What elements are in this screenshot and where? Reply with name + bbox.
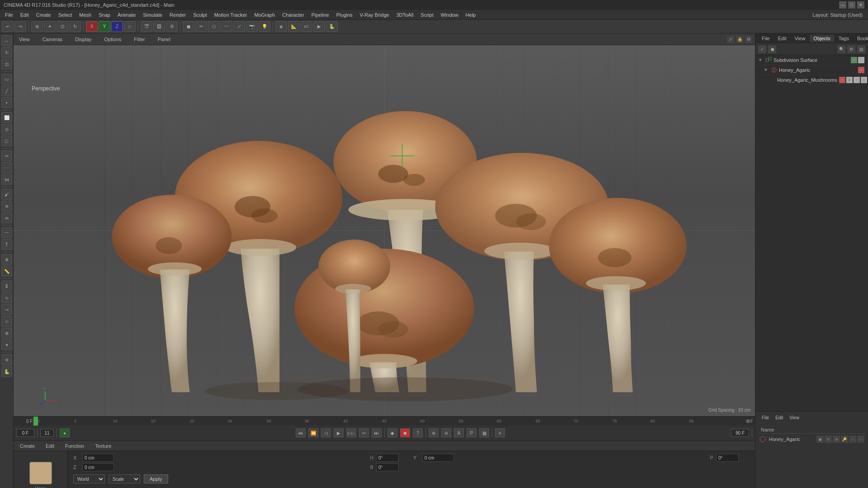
rotate-button[interactable]: ↻: [69, 21, 81, 32]
tree-expand-honey[interactable]: ▾: [764, 67, 769, 73]
material-thumbnail[interactable]: [29, 462, 52, 484]
menu-select[interactable]: Select: [55, 11, 75, 19]
selection-tool-button[interactable]: ⬜: [1, 112, 12, 123]
bp-create-button[interactable]: Create: [16, 442, 38, 450]
rb-tab-file[interactable]: File: [759, 414, 772, 423]
menu-window[interactable]: Window: [438, 11, 462, 19]
vp-tab-panel[interactable]: Panel: [155, 36, 173, 43]
rotate-tool-button[interactable]: ↻: [1, 47, 12, 58]
light-button[interactable]: 💡: [259, 21, 270, 32]
play-fast-button[interactable]: ▷▷: [346, 428, 356, 437]
mirror-button[interactable]: ⇔: [1, 212, 12, 223]
b-rotation-input[interactable]: [376, 463, 399, 471]
coord-button[interactable]: 📐: [288, 21, 300, 32]
rt-tab-edit[interactable]: Edit: [774, 35, 790, 42]
point-mode-button[interactable]: •: [1, 97, 12, 108]
object-mode-button[interactable]: □: [124, 21, 136, 32]
mushrooms-icon-2[interactable]: ✕: [854, 77, 860, 83]
text-tool-button[interactable]: T: [1, 239, 12, 250]
menu-mograph[interactable]: MoGraph: [251, 11, 278, 19]
prev-frame-button[interactable]: ⏪: [308, 428, 318, 437]
menu-script[interactable]: Script: [418, 11, 437, 19]
vp-tab-options[interactable]: Options: [101, 36, 124, 43]
rb-action-6[interactable]: →: [857, 436, 864, 443]
loop-sel-button[interactable]: ⊙: [1, 124, 12, 135]
menu-create[interactable]: Create: [33, 11, 54, 19]
vp-tab-view[interactable]: View: [16, 36, 33, 43]
python-button[interactable]: 🐍: [326, 21, 338, 32]
move-button[interactable]: ✦: [44, 21, 56, 32]
rt-layout-icon[interactable]: ▤: [857, 45, 865, 53]
maximize-button[interactable]: □: [848, 1, 855, 9]
material-button[interactable]: ◈: [275, 21, 287, 32]
pen-button[interactable]: ✏: [195, 21, 207, 32]
lasso-button[interactable]: ⬡: [1, 136, 12, 146]
live-select-button[interactable]: ⊕: [31, 21, 43, 32]
extra-tool-2[interactable]: ∿: [1, 292, 12, 303]
menu-motion-tracker[interactable]: Motion Tracker: [211, 11, 250, 19]
cube-button[interactable]: ◼: [183, 21, 194, 32]
undo-button[interactable]: ↩: [2, 21, 14, 32]
subdivision-check-icon[interactable]: ✓: [858, 57, 864, 63]
menu-edit[interactable]: Edit: [17, 11, 32, 19]
paint-tool-button[interactable]: 🖌: [1, 189, 12, 200]
redo-button[interactable]: ↪: [14, 21, 26, 32]
rb-action-5[interactable]: ←: [849, 436, 856, 443]
timeline-frame-input-right[interactable]: [40, 429, 54, 437]
bp-edit-button[interactable]: Edit: [42, 442, 58, 450]
rt-search-icon[interactable]: 🔍: [837, 45, 845, 53]
timeline-end-frame-input[interactable]: [731, 429, 749, 437]
menu-help[interactable]: Help: [462, 11, 479, 19]
rb-action-1[interactable]: ◼: [816, 436, 824, 443]
rt-config-icon[interactable]: ⚙: [847, 45, 855, 53]
scale-tool-button[interactable]: ⊡: [1, 59, 12, 70]
mushrooms-icon-1[interactable]: ◼: [846, 77, 853, 83]
z-position-input[interactable]: [82, 463, 114, 471]
extra-tool-1[interactable]: $: [1, 281, 12, 291]
timeline-frame-input-left[interactable]: [16, 429, 34, 437]
viewport[interactable]: Perspective Grid Spacing : 10 cm X Y Z: [14, 45, 755, 416]
measure-tool-button[interactable]: 📏: [1, 266, 12, 277]
rt-tab-tags[interactable]: Tags: [835, 35, 853, 42]
honey-vis-icon[interactable]: ●: [858, 67, 864, 73]
tree-expand-subdivision[interactable]: ▾: [759, 57, 764, 63]
render-settings-button[interactable]: ⚙: [166, 21, 178, 32]
menu-sculpt[interactable]: Sculpt: [190, 11, 210, 19]
menu-file[interactable]: File: [2, 11, 16, 19]
weld-tool-button[interactable]: ⋈: [1, 174, 12, 185]
vp-tab-filter[interactable]: Filter: [131, 36, 147, 43]
vp-lock-icon[interactable]: 🔒: [736, 36, 743, 43]
grid-keyframe-button[interactable]: ▦: [479, 428, 489, 437]
apply-button[interactable]: Apply: [144, 474, 168, 483]
world-dropdown[interactable]: World Object: [73, 474, 105, 483]
knife-tool-button[interactable]: ✂: [1, 150, 12, 161]
tree-item-mushrooms[interactable]: ▸ Honey_Agaric_Mushrooms ● ◼ ✕ ⊕: [755, 75, 868, 85]
go-to-end-button[interactable]: ⏭: [372, 428, 382, 437]
y-axis-button[interactable]: Y: [99, 21, 110, 32]
menu-animate[interactable]: Animate: [114, 11, 139, 19]
console-button[interactable]: ▶: [313, 21, 325, 32]
menu-pipeline[interactable]: Pipeline: [308, 11, 332, 19]
extra-tool-8[interactable]: 🐍: [1, 366, 12, 377]
minimize-button[interactable]: —: [839, 1, 846, 9]
rb-action-4[interactable]: 🔑: [841, 436, 848, 443]
mushrooms-vis-icon[interactable]: ●: [839, 77, 845, 83]
deformer-button[interactable]: ⤢: [233, 21, 245, 32]
subdivision-vis-icon[interactable]: ●: [851, 57, 857, 63]
play-forward-button[interactable]: ▶: [334, 428, 344, 437]
x-position-input[interactable]: [82, 454, 114, 462]
rt-tab-view[interactable]: View: [791, 35, 809, 42]
polygon-mode-button[interactable]: ▭: [1, 74, 12, 84]
poly-button[interactable]: ⬡: [208, 21, 220, 32]
rt-tab-objects[interactable]: Objects: [810, 35, 834, 42]
edge-mode-button[interactable]: ╱: [1, 85, 12, 96]
snap-tool-button[interactable]: ⊕: [1, 254, 12, 265]
menu-simulate[interactable]: Simulate: [140, 11, 165, 19]
y-position-input[interactable]: [422, 454, 454, 462]
menu-vray[interactable]: V-Ray Bridge: [357, 11, 392, 19]
bridge-tool-button[interactable]: ⋯: [1, 162, 12, 173]
menu-mesh[interactable]: Mesh: [76, 11, 94, 19]
p-keyframe-button[interactable]: P: [467, 428, 476, 437]
record-button[interactable]: ●: [60, 428, 70, 437]
menu-character[interactable]: Character: [279, 11, 307, 19]
